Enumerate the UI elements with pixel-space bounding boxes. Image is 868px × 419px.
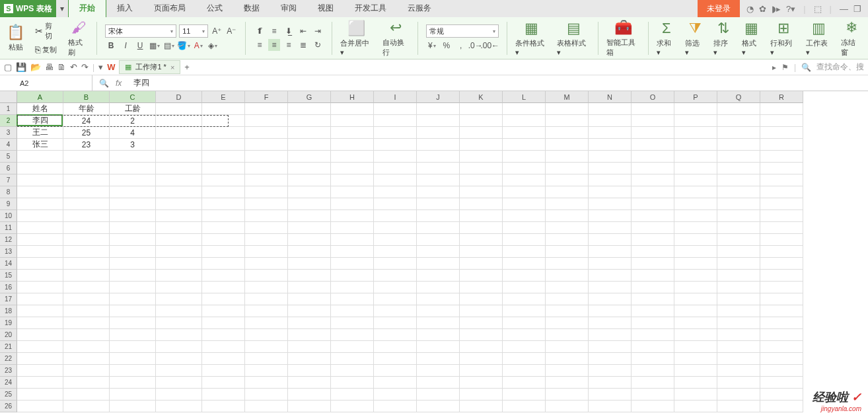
cell-H22[interactable] — [331, 353, 374, 365]
cell-P9[interactable] — [674, 198, 717, 210]
cell-L2[interactable] — [503, 115, 546, 127]
cell-A24[interactable] — [17, 377, 63, 389]
sort-button[interactable]: ⇅排序 ▾ — [711, 19, 735, 58]
cell-C26[interactable] — [110, 400, 156, 412]
menu-tab-5[interactable]: 审阅 — [270, 0, 307, 17]
cell-R10[interactable] — [760, 210, 803, 222]
cell-O8[interactable] — [632, 186, 674, 198]
cell-I8[interactable] — [374, 186, 417, 198]
row-header-10[interactable]: 10 — [0, 210, 17, 222]
cell-G13[interactable] — [288, 246, 331, 258]
cell-C17[interactable] — [110, 293, 156, 305]
cell-B20[interactable] — [63, 329, 110, 341]
cell-M6[interactable] — [546, 163, 589, 174]
cell-I18[interactable] — [374, 305, 417, 317]
cell-C19[interactable] — [110, 317, 156, 329]
cell-G24[interactable] — [288, 377, 331, 389]
cell-R13[interactable] — [760, 246, 803, 258]
cell-K20[interactable] — [460, 329, 503, 341]
cell-N25[interactable] — [589, 389, 632, 400]
cell-O26[interactable] — [632, 400, 674, 412]
cell-L16[interactable] — [503, 282, 546, 293]
row-header-19[interactable]: 19 — [0, 317, 17, 329]
cell-E13[interactable] — [202, 246, 245, 258]
align-right-icon[interactable]: ≡ — [283, 39, 295, 51]
cell-Q16[interactable] — [717, 282, 760, 293]
dec-inc-icon[interactable]: .0→ — [470, 40, 482, 52]
cell-B6[interactable] — [63, 163, 110, 174]
cell-G6[interactable] — [288, 163, 331, 174]
cell-R7[interactable] — [760, 174, 803, 186]
cell-F16[interactable] — [245, 282, 288, 293]
cell-N6[interactable] — [589, 163, 632, 174]
cell-R17[interactable] — [760, 293, 803, 305]
cell-E8[interactable] — [202, 186, 245, 198]
row-header-15[interactable]: 15 — [0, 270, 17, 282]
cell-F20[interactable] — [245, 329, 288, 341]
open-icon[interactable]: 📂 — [30, 62, 41, 72]
cell-H23[interactable] — [331, 365, 374, 377]
cell-A6[interactable] — [17, 163, 63, 174]
cell-J25[interactable] — [417, 389, 460, 400]
cell-L10[interactable] — [503, 210, 546, 222]
cell-O5[interactable] — [632, 151, 674, 163]
cell-K14[interactable] — [460, 258, 503, 270]
cell-G21[interactable] — [288, 341, 331, 353]
cell-N9[interactable] — [589, 198, 632, 210]
col-header-M[interactable]: M — [546, 91, 589, 103]
cell-D22[interactable] — [156, 353, 202, 365]
cell-N4[interactable] — [589, 139, 632, 151]
cell-K13[interactable] — [460, 246, 503, 258]
cell-P15[interactable] — [674, 270, 717, 282]
cell-J11[interactable] — [417, 222, 460, 234]
cell-K3[interactable] — [460, 127, 503, 139]
d-icon[interactable]: ◗▸ — [772, 4, 781, 14]
decrease-font-icon[interactable]: A⁻ — [225, 25, 237, 37]
paste-button[interactable]: 📋粘贴 — [4, 22, 27, 54]
cell-J20[interactable] — [417, 329, 460, 341]
redo-icon[interactable]: ↷ — [81, 62, 89, 72]
cell-Q15[interactable] — [717, 270, 760, 282]
cell-E2[interactable] — [202, 115, 245, 127]
cell-O15[interactable] — [632, 270, 674, 282]
cell-K23[interactable] — [460, 365, 503, 377]
cell-M18[interactable] — [546, 305, 589, 317]
cell-G22[interactable] — [288, 353, 331, 365]
cell-A19[interactable] — [17, 317, 63, 329]
cell-G4[interactable] — [288, 139, 331, 151]
increase-font-icon[interactable]: A⁺ — [211, 25, 223, 37]
cell-O12[interactable] — [632, 234, 674, 246]
cell-C6[interactable] — [110, 163, 156, 174]
menu-tab-4[interactable]: 数据 — [233, 0, 270, 17]
cell-E10[interactable] — [202, 210, 245, 222]
cell-A14[interactable] — [17, 258, 63, 270]
cell-R23[interactable] — [760, 365, 803, 377]
name-dropdown-icon[interactable]: 🔍 — [99, 79, 109, 88]
menu-tab-6[interactable]: 视图 — [307, 0, 344, 17]
cell-R24[interactable] — [760, 377, 803, 389]
cell-Q18[interactable] — [717, 305, 760, 317]
format-button[interactable]: ▦格式 ▾ — [739, 19, 764, 58]
cell-R4[interactable] — [760, 139, 803, 151]
cell-H14[interactable] — [331, 258, 374, 270]
cell-I10[interactable] — [374, 210, 417, 222]
row-header-2[interactable]: 2 — [0, 115, 17, 127]
cell-M16[interactable] — [546, 282, 589, 293]
menu-tab-0[interactable]: 开始 — [68, 0, 106, 17]
cell-D16[interactable] — [156, 282, 202, 293]
fill-color-icon[interactable]: 🪣▾ — [178, 40, 190, 52]
cell-Q3[interactable] — [717, 127, 760, 139]
cell-D9[interactable] — [156, 198, 202, 210]
underline-icon[interactable]: U — [134, 40, 146, 52]
cell-R25[interactable] — [760, 389, 803, 400]
minimize-icon[interactable]: — — [840, 4, 848, 14]
row-header-17[interactable]: 17 — [0, 293, 17, 305]
cell-D23[interactable] — [156, 365, 202, 377]
cell-C7[interactable] — [110, 174, 156, 186]
cell-C23[interactable] — [110, 365, 156, 377]
cell-C1[interactable]: 工龄 — [110, 103, 156, 115]
cell-P25[interactable] — [674, 389, 717, 400]
cell-F3[interactable] — [245, 127, 288, 139]
cell-M24[interactable] — [546, 377, 589, 389]
cell-I21[interactable] — [374, 341, 417, 353]
